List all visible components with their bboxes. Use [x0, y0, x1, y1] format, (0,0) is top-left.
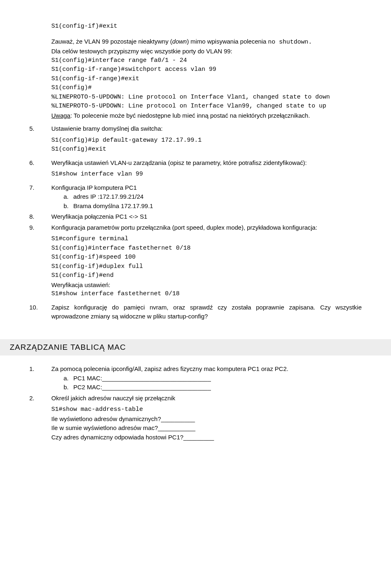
- list-text: Określ jakich adresów nauczył się przełą…: [51, 394, 362, 403]
- list-number: 1.: [29, 364, 51, 392]
- code-line: S1(config)#interface range fa0/1 - 24: [51, 56, 362, 66]
- list-text: Weryfikacja ustawień VLAN-u zarządzania …: [51, 158, 362, 168]
- question-line: Czy adres dynamiczny odpowiada hostowi P…: [51, 433, 362, 442]
- section-heading: ZARZĄDZANIE TABLICĄ MAC: [0, 339, 391, 356]
- sublist-letter: b.: [64, 383, 73, 392]
- code-line: S1(config-if)#end: [51, 271, 362, 281]
- sublist-text: adres IP :172.17.99.21/24: [73, 192, 143, 202]
- sublist-text: PC1 MAC:________________________________: [73, 374, 211, 383]
- list-text: Weryfikacja połączenia PC1 <-> S1: [51, 212, 362, 222]
- paragraph: Dla celów testowych przypiszmy więc wszy…: [51, 47, 362, 56]
- list-number: 2.: [29, 394, 51, 403]
- code-line: S1#show interface fastethernet 0/18: [51, 290, 362, 299]
- code-line: S1(config-if)#exit: [51, 22, 362, 31]
- sublist-text: Brama domyślna 172.17.99.1: [73, 202, 153, 211]
- list-number: 8.: [29, 212, 51, 222]
- question-line: Ile w sumie wyświetlono adresów mac?____…: [51, 423, 362, 433]
- list-text: Zapisz konfigurację do pamięci nvram, or…: [51, 303, 362, 321]
- code-line: S1(config-if)#duplex full: [51, 262, 362, 272]
- text: Weryfikacja ustawień:: [51, 281, 362, 290]
- code-line: %LINEPROTO-5-UPDOWN: Line protocol on In…: [51, 102, 362, 111]
- sublist-letter: a.: [64, 374, 73, 383]
- list-text: Konfiguracja parametrów portu przełączni…: [51, 223, 362, 233]
- code-line: S1#show interface vlan 99: [51, 170, 362, 179]
- code-line: %LINEPROTO-5-UPDOWN: Line protocol on In…: [51, 93, 362, 102]
- code-line: S1(config-if)#speed 100: [51, 253, 362, 262]
- code-line: S1(config)#exit: [51, 145, 362, 154]
- sublist-text: PC2 MAC:________________________________: [73, 383, 211, 392]
- code-inline: no shutdown.: [268, 39, 312, 46]
- list-text: Za pomocą polecenia ipconfig/All, zapisz…: [51, 364, 362, 374]
- list-number: 7.: [29, 183, 51, 211]
- sublist-letter: a.: [64, 192, 73, 202]
- code-line: S1#configure terminal: [51, 235, 362, 244]
- list-text: Konfiguracja IP komputera PC1: [51, 183, 362, 193]
- text: ) mimo wpisywania polecenia: [187, 38, 268, 45]
- text: Zauważ, że VLAN 99 pozostaje nieaktywny …: [51, 38, 172, 45]
- list-number: 10.: [29, 303, 51, 321]
- list-number: 9.: [29, 223, 51, 233]
- list-number: 6.: [29, 158, 51, 168]
- list-number: 5.: [29, 124, 51, 134]
- question-line: Ile wyświetlono adresów dynamicznych?___…: [51, 415, 362, 424]
- code-line: S1(config)#ip default-gateway 172.17.99.…: [51, 136, 362, 145]
- note: Uwaga: To polecenie może być niedostępne…: [51, 111, 362, 121]
- code-line: S1(config-if-range)#switchport access vl…: [51, 65, 362, 75]
- text: : To polecenie może być niedostępne lub …: [70, 112, 310, 119]
- code-line: S1(config)#: [51, 83, 362, 93]
- code-line: S1(config)#interface fastethernet 0/18: [51, 244, 362, 253]
- code-line: S1(config-if-range)#exit: [51, 75, 362, 84]
- italic-text: down: [172, 38, 187, 45]
- list-text: Ustawienie bramy domyślnej dla switcha:: [51, 124, 362, 134]
- sublist-letter: b.: [64, 202, 73, 211]
- code-line: S1#show mac-address-table: [51, 405, 362, 415]
- underline-text: Uwaga: [51, 112, 70, 119]
- paragraph: Zauważ, że VLAN 99 pozostaje nieaktywny …: [51, 37, 362, 47]
